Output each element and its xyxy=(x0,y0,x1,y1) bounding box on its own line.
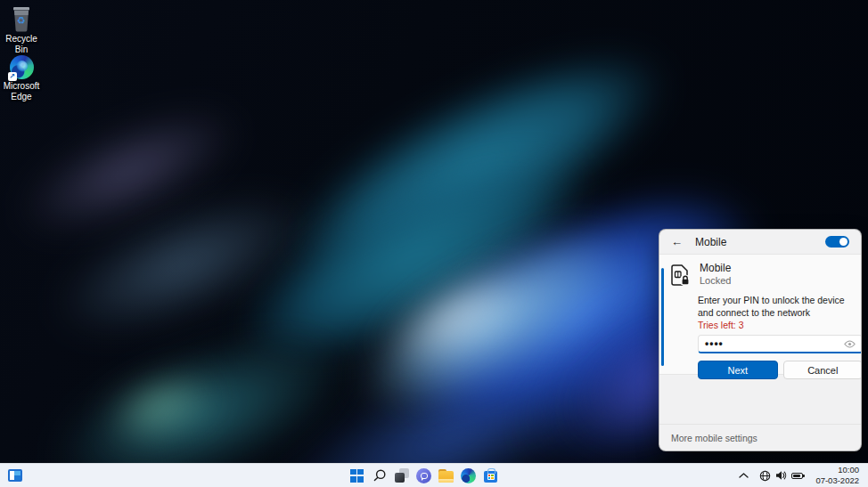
edge-button[interactable] xyxy=(457,465,479,487)
mobile-locked-card: Mobile Locked Enter your PIN to unlock t… xyxy=(659,254,861,375)
network-globe-icon xyxy=(759,470,771,482)
edge-icon: ↗ xyxy=(10,55,34,79)
more-mobile-settings-link[interactable]: More mobile settings xyxy=(671,433,757,443)
task-view-icon xyxy=(395,468,409,483)
show-hidden-icons-button[interactable] xyxy=(736,466,750,485)
desktop-icon-microsoft-edge[interactable]: ↗ Microsoft Edge xyxy=(0,55,43,101)
start-button[interactable] xyxy=(346,465,368,487)
panel-title: Mobile xyxy=(695,236,726,248)
desktop-icon-label: Recycle Bin xyxy=(0,34,43,54)
cancel-button[interactable]: Cancel xyxy=(783,361,863,379)
mobile-flyout-panel: ← Mobile Mobile Locked Enter your PIN to… xyxy=(659,229,862,451)
chat-button[interactable] xyxy=(413,465,435,487)
desktop-icon-recycle-bin[interactable]: ♻ Recycle Bin xyxy=(0,5,43,54)
panel-footer: More mobile settings xyxy=(659,424,861,450)
svg-text:♻: ♻ xyxy=(17,15,26,26)
back-arrow-icon[interactable]: ← xyxy=(671,235,685,248)
pin-instruction-text: Enter your PIN to unlock the device and … xyxy=(698,295,860,319)
next-button[interactable]: Next xyxy=(698,361,778,379)
search-icon xyxy=(373,468,387,483)
clock-time: 10:00 xyxy=(815,465,859,475)
store-icon xyxy=(484,471,497,483)
device-status: Locked xyxy=(700,275,731,286)
start-icon xyxy=(350,469,364,483)
recycle-bin-icon: ♻ xyxy=(9,5,34,32)
widgets-panel-icon xyxy=(8,469,22,482)
taskbar: 10:00 07-03-2022 xyxy=(0,463,868,487)
selection-accent-bar xyxy=(661,268,664,366)
chevron-up-icon xyxy=(739,473,749,478)
widgets-panel-button[interactable] xyxy=(5,466,25,485)
network-volume-battery-button[interactable] xyxy=(754,467,808,484)
reveal-password-icon[interactable] xyxy=(844,340,856,348)
system-tray: 10:00 07-03-2022 xyxy=(736,464,863,487)
panel-header: ← Mobile xyxy=(659,230,861,254)
chat-icon xyxy=(416,468,431,483)
search-button[interactable] xyxy=(368,465,390,487)
shortcut-arrow-icon: ↗ xyxy=(8,72,17,81)
pin-masked-value: •••• xyxy=(705,337,724,350)
volume-icon xyxy=(775,470,787,481)
device-name: Mobile xyxy=(700,262,731,274)
store-button[interactable] xyxy=(479,465,502,487)
mobile-toggle[interactable] xyxy=(825,236,849,248)
taskbar-center-icons xyxy=(346,464,502,487)
desktop-icon-label: Microsoft Edge xyxy=(0,81,43,101)
task-view-button[interactable] xyxy=(390,465,413,487)
sim-lock-icon xyxy=(670,263,692,288)
taskbar-clock[interactable]: 10:00 07-03-2022 xyxy=(812,463,863,487)
file-explorer-button[interactable] xyxy=(435,465,457,487)
pin-entry-area: Enter your PIN to unlock the device and … xyxy=(698,295,850,379)
battery-icon xyxy=(791,473,803,479)
clock-date: 07-03-2022 xyxy=(815,475,859,486)
edge-icon xyxy=(461,468,476,483)
pin-input[interactable]: •••• xyxy=(698,335,862,353)
tries-left-text: Tries left: 3 xyxy=(698,320,850,330)
toggle-knob xyxy=(839,238,848,246)
file-explorer-icon xyxy=(438,471,454,483)
